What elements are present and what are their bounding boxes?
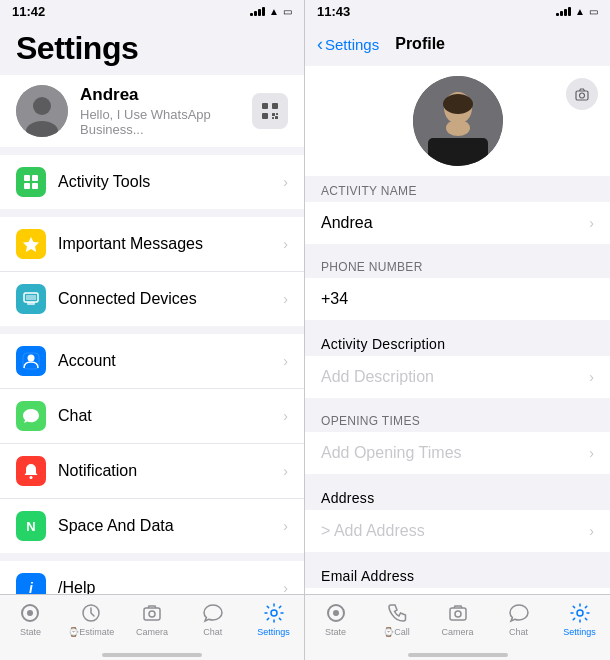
back-chevron-icon: ‹ <box>317 34 323 55</box>
svg-rect-9 <box>275 116 278 119</box>
notification-arrow: › <box>283 463 288 479</box>
right-nav-bar: ‹ Settings Profile <box>305 22 610 66</box>
left-time: 11:42 <box>12 4 45 19</box>
r-spacer5 <box>305 552 610 560</box>
connected-devices-icon <box>16 284 46 314</box>
tab-estimate-label-left: ⌚Estimate <box>68 627 114 637</box>
tab-settings-label-right: Settings <box>563 627 596 637</box>
tab-state-right[interactable]: State <box>305 601 366 637</box>
spacer4 <box>0 553 304 561</box>
connected-devices-arrow: › <box>283 291 288 307</box>
menu-item-account[interactable]: Account › <box>0 334 304 389</box>
tab-settings-left[interactable]: Settings <box>243 601 304 637</box>
address-arrow: › <box>589 523 594 539</box>
left-tab-bar: State ⌚Estimate Camera <box>0 594 304 654</box>
profile-nav-title: Profile <box>395 35 445 53</box>
back-button[interactable]: ‹ Settings <box>317 34 379 55</box>
left-panel: 11:42 ▲ ▭ Settings <box>0 0 305 660</box>
space-data-label: Space And Data <box>58 517 271 535</box>
phone-number-header: PHONE NUMBER <box>305 252 610 278</box>
menu-section-main: Account › Chat › Noti <box>0 334 304 553</box>
svg-rect-10 <box>24 175 30 181</box>
tab-state-left[interactable]: State <box>0 601 61 637</box>
menu-item-important-messages[interactable]: Important Messages › <box>0 217 304 272</box>
phone-number-row[interactable]: +34 <box>305 278 610 320</box>
settings-tab-icon-left <box>262 601 286 625</box>
menu-item-notification[interactable]: Notification › <box>0 444 304 499</box>
tab-estimate-left[interactable]: ⌚Estimate <box>61 601 122 637</box>
menu-item-space-and-data[interactable]: N Space And Data › <box>0 499 304 553</box>
activity-tools-icon <box>16 167 46 197</box>
right-time: 11:43 <box>317 4 350 19</box>
svg-marker-14 <box>23 237 39 252</box>
call-icon-right <box>385 601 409 625</box>
svg-rect-12 <box>24 183 30 189</box>
tab-settings-right[interactable]: Settings <box>549 601 610 637</box>
activity-name-header: ACTIVITY NAME <box>305 176 610 202</box>
svg-rect-6 <box>272 113 275 116</box>
svg-point-37 <box>455 611 461 617</box>
signal-bars <box>250 6 265 16</box>
back-label: Settings <box>325 36 379 53</box>
opening-times-header: OPENING TIMES <box>305 406 610 432</box>
menu-item-help[interactable]: i /Help › <box>0 561 304 594</box>
tab-state-label-right: State <box>325 627 346 637</box>
important-messages-arrow: › <box>283 236 288 252</box>
right-scroll-area[interactable]: ACTIVITY NAME Andrea › PHONE NUMBER +34 … <box>305 176 610 594</box>
important-messages-icon <box>16 229 46 259</box>
menu-section-help: i /Help › <box>0 561 304 594</box>
account-arrow: › <box>283 353 288 369</box>
menu-item-connected-devices[interactable]: Connected Devices › <box>0 272 304 326</box>
tab-chat-left[interactable]: Chat <box>182 601 243 637</box>
right-home-indicator <box>305 654 610 660</box>
right-battery-icon: ▭ <box>589 6 598 17</box>
notification-icon <box>16 456 46 486</box>
right-wifi-icon: ▲ <box>575 6 585 17</box>
address-row[interactable]: > Add Address › <box>305 510 610 552</box>
opening-times-row[interactable]: Add Opening Times › <box>305 432 610 474</box>
svg-rect-17 <box>26 295 36 300</box>
tab-chat-right[interactable]: Chat <box>488 601 549 637</box>
svg-rect-4 <box>272 103 278 109</box>
activity-desc-header: Activity Description <box>305 328 610 356</box>
left-scroll-area[interactable]: Andrea Hello, I Use WhatsApp Business... <box>0 71 304 594</box>
important-messages-label: Important Messages <box>58 235 271 253</box>
opening-times-section: Add Opening Times › <box>305 432 610 474</box>
chat-tab-icon-right <box>507 601 531 625</box>
tab-chat-label-right: Chat <box>509 627 528 637</box>
spacer3 <box>0 326 304 334</box>
activity-desc-arrow: › <box>589 369 594 385</box>
battery-icon: ▭ <box>283 6 292 17</box>
connected-devices-label: Connected Devices <box>58 290 271 308</box>
right-panel: 11:43 ▲ ▭ ‹ Settings Profile <box>305 0 610 660</box>
profile-name: Andrea <box>80 85 240 105</box>
qr-icon[interactable] <box>252 93 288 129</box>
svg-point-20 <box>30 476 33 479</box>
settings-tab-icon-right <box>568 601 592 625</box>
left-status-icons: ▲ ▭ <box>250 6 292 17</box>
account-icon <box>16 346 46 376</box>
tab-camera-right[interactable]: Camera <box>427 601 488 637</box>
svg-point-1 <box>33 97 51 115</box>
menu-item-activity-tools[interactable]: Activity Tools › <box>0 155 304 209</box>
tab-camera-left[interactable]: Camera <box>122 601 183 637</box>
tab-call-label-right: ⌚Call <box>383 627 410 637</box>
state-icon-left <box>18 601 42 625</box>
left-status-bar: 11:42 ▲ ▭ <box>0 0 304 22</box>
activity-name-row[interactable]: Andrea › <box>305 202 610 244</box>
left-home-indicator <box>0 654 304 660</box>
svg-rect-8 <box>272 117 274 119</box>
camera-edit-button[interactable] <box>566 78 598 110</box>
tab-call-right[interactable]: ⌚Call <box>366 601 427 637</box>
chat-tab-icon-left <box>201 601 225 625</box>
account-label: Account <box>58 352 271 370</box>
svg-rect-5 <box>262 113 268 119</box>
right-home-bar <box>408 653 508 657</box>
tab-camera-label-left: Camera <box>136 627 168 637</box>
tab-chat-label-left: Chat <box>203 627 222 637</box>
profile-row[interactable]: Andrea Hello, I Use WhatsApp Business... <box>0 75 304 147</box>
activity-tools-label: Activity Tools <box>58 173 271 191</box>
menu-item-chat[interactable]: Chat › <box>0 389 304 444</box>
activity-desc-row[interactable]: Add Description › <box>305 356 610 398</box>
help-arrow: › <box>283 580 288 594</box>
